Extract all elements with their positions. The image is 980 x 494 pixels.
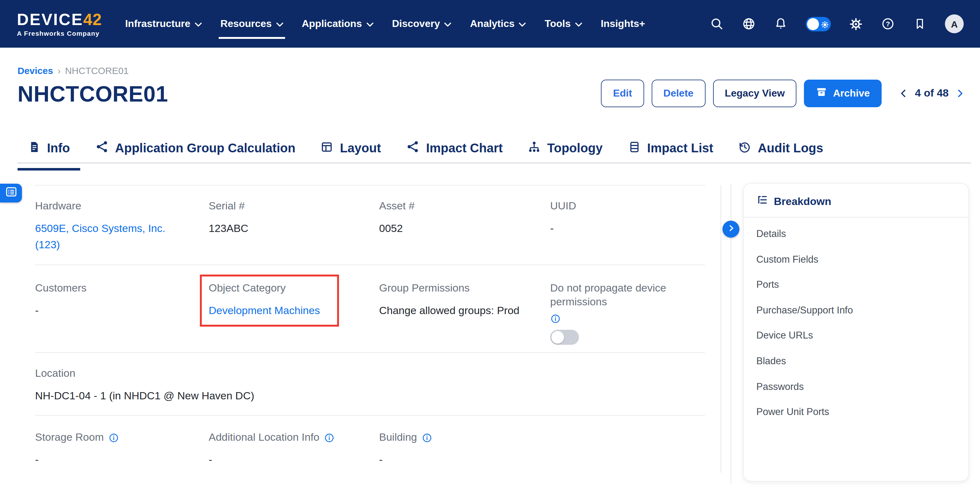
chevron-down-icon [276, 18, 283, 29]
action-bar: Edit Delete Legacy View Archive 4 of 48 [601, 80, 966, 107]
nav-item-label: Analytics [470, 18, 514, 29]
breakdown-item-device-urls[interactable]: Device URLs [756, 323, 956, 349]
field-label: Customers [35, 282, 194, 295]
info-icon[interactable] [422, 432, 432, 443]
chevron-down-icon [575, 18, 582, 29]
object-category-link[interactable]: Development Machines [208, 303, 320, 319]
nav-item-applications[interactable]: Applications [292, 0, 383, 48]
field-label: Do not propagate device permissions [550, 282, 690, 309]
theme-toggle[interactable] [806, 17, 831, 31]
nav-item-resources[interactable]: Resources [211, 0, 293, 48]
chevron-down-icon [366, 18, 373, 29]
nav-item-insights-plus[interactable]: Insights+ [591, 0, 654, 48]
tab-application-group-calculation[interactable]: Application Group Calculation [85, 134, 305, 163]
nav-item-discovery[interactable]: Discovery [383, 0, 461, 48]
field-label: Group Permissions [379, 282, 535, 295]
field-uuid: UUID - [550, 199, 705, 265]
nav-utility-bar: ? A [710, 14, 964, 33]
tab-info[interactable]: Info [18, 134, 80, 163]
primary-nav: Infrastructure Resources Applications Di… [116, 0, 654, 48]
avatar-initial: A [951, 19, 958, 29]
breadcrumb: Devices › NHCTCORE01 [18, 65, 129, 76]
tab-bar: Info Application Group Calculation Layou… [18, 134, 834, 163]
notifications-bell-icon[interactable] [774, 17, 788, 31]
field-value: 0052 [379, 221, 535, 237]
field-row-building: Storage Room - Additional Location Info … [35, 415, 705, 487]
tree-list-icon [756, 194, 768, 209]
nav-item-label: Applications [302, 18, 362, 29]
tab-impact-list[interactable]: Impact List [618, 134, 724, 163]
tab-impact-chart[interactable]: Impact Chart [396, 134, 513, 163]
nav-item-label: Infrastructure [125, 18, 190, 29]
info-icon[interactable] [550, 314, 561, 324]
archive-box-icon [816, 86, 827, 100]
hardware-link[interactable]: 6509E, Cisco Systems, Inc. (123) [35, 221, 192, 253]
tab-label: Layout [340, 141, 381, 156]
info-icon[interactable] [324, 432, 335, 443]
field-group-permissions: Group Permissions Change allowed groups:… [379, 282, 550, 352]
settings-gear-icon[interactable] [849, 17, 863, 31]
breakdown-item-ports[interactable]: Ports [756, 272, 956, 298]
field-value: NH-DC1-04 - 1 (in NHDC1 @ New Haven DC) [35, 388, 690, 404]
nav-item-analytics[interactable]: Analytics [461, 0, 535, 48]
tab-label: Info [47, 141, 70, 156]
edit-button[interactable]: Edit [601, 80, 644, 107]
field-serial: Serial # 123ABC [208, 199, 379, 265]
breadcrumb-devices-link[interactable]: Devices [18, 65, 53, 76]
field-asset: Asset # 0052 [379, 199, 550, 265]
legacy-view-button[interactable]: Legacy View [713, 80, 797, 107]
breakdown-item-passwords[interactable]: Passwords [756, 374, 956, 399]
breakdown-item-blades[interactable]: Blades [756, 349, 956, 374]
logo-text: DEVICE [17, 11, 83, 27]
collapse-panel-button[interactable] [722, 221, 740, 237]
search-icon[interactable] [710, 17, 724, 31]
pager-label: 4 of 48 [915, 87, 949, 100]
chevron-right-icon[interactable] [954, 88, 966, 99]
info-icon[interactable] [108, 432, 119, 443]
field-additional-location-info: Additional Location Info - [208, 431, 379, 487]
field-label: Building [379, 431, 417, 445]
field-value: - [35, 452, 194, 468]
logo-accent: 42 [83, 11, 102, 27]
tab-label: Impact Chart [426, 141, 503, 156]
breakdown-item-purchase-support-info[interactable]: Purchase/Support Info [756, 298, 956, 323]
nav-item-tools[interactable]: Tools [535, 0, 592, 48]
field-building: Building - [379, 431, 550, 487]
breadcrumb-separator: › [57, 65, 60, 76]
globe-icon[interactable] [742, 17, 756, 31]
help-icon[interactable]: ? [881, 17, 895, 31]
field-storage-room: Storage Room - [35, 431, 208, 487]
bookmark-icon[interactable] [913, 17, 927, 31]
nav-item-infrastructure[interactable]: Infrastructure [116, 0, 211, 48]
field-label: Asset # [379, 199, 535, 213]
breakdown-list: Details Custom Fields Ports Purchase/Sup… [744, 218, 968, 425]
field-row-location: Location NH-DC1-04 - 1 (in NHDC1 @ New H… [35, 352, 705, 415]
chevron-left-icon[interactable] [898, 88, 909, 99]
chevron-right-icon [727, 223, 735, 235]
breakdown-item-power-unit-ports[interactable]: Power Unit Ports [756, 399, 956, 425]
field-location: Location NH-DC1-04 - 1 (in NHDC1 @ New H… [35, 367, 705, 415]
sun-icon [821, 20, 829, 31]
field-value: - [379, 452, 535, 468]
breakdown-item-custom-fields[interactable]: Custom Fields [756, 247, 956, 272]
history-clock-icon [738, 140, 752, 156]
field-hardware: Hardware 6509E, Cisco Systems, Inc. (123… [35, 199, 208, 265]
share-network-icon [406, 140, 420, 157]
tab-topology[interactable]: Topology [518, 134, 613, 163]
logo[interactable]: DEVICE42 A Freshworks Company [17, 11, 102, 37]
field-label: Storage Room [35, 431, 104, 445]
field-label: Serial # [208, 199, 364, 213]
device42-app: DEVICE42 A Freshworks Company Infrastruc… [0, 0, 980, 494]
field-object-category: Object Category Development Machines [208, 282, 379, 352]
delete-button[interactable]: Delete [651, 80, 705, 107]
side-panel-dock-toggle[interactable] [0, 184, 22, 202]
tab-layout[interactable]: Layout [310, 134, 391, 163]
chevron-down-icon [519, 18, 526, 29]
archive-button[interactable]: Archive [804, 80, 881, 107]
user-avatar[interactable]: A [945, 14, 964, 33]
breakdown-item-details[interactable]: Details [756, 221, 956, 247]
tab-audit-logs[interactable]: Audit Logs [729, 134, 834, 163]
field-value: Change allowed groups: Prod [379, 303, 535, 319]
logo-wordmark: DEVICE42 [17, 11, 102, 27]
propagate-permissions-toggle[interactable] [550, 330, 579, 345]
